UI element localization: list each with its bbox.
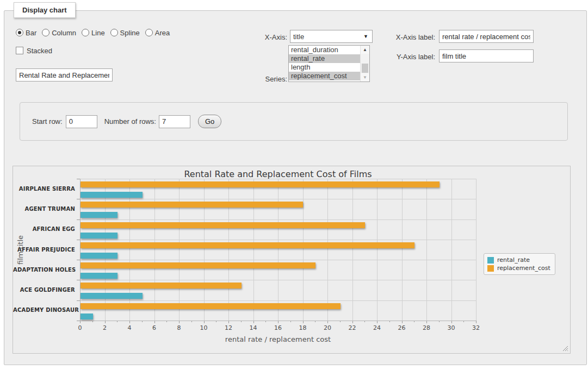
bar-rental_rate[interactable]	[81, 313, 93, 319]
bar-rental_rate[interactable]	[81, 212, 117, 218]
series-select-label: Series:	[250, 75, 287, 83]
x-tick-label: 0	[78, 324, 82, 331]
x-tick-label: 10	[200, 324, 208, 331]
radio-label: Spline	[120, 29, 140, 37]
bar-replacement_cost[interactable]	[81, 181, 440, 187]
x-gridline	[105, 179, 106, 321]
x-tick-label: 20	[324, 324, 331, 331]
legend-label: replacement_cost	[497, 265, 550, 272]
chart-legend: rental_ratereplacement_cost	[484, 253, 555, 275]
x-tick-label: 4	[128, 324, 132, 331]
series-multiselect[interactable]: rental_durationrental_ratelengthreplacem…	[288, 45, 370, 82]
bar-replacement_cost[interactable]	[81, 202, 303, 208]
bar-rental_rate[interactable]	[81, 273, 117, 279]
x-gridline	[402, 179, 403, 321]
legend-item-replacement_cost[interactable]: replacement_cost	[487, 264, 550, 272]
legend-swatch-rental_rate	[487, 257, 494, 264]
y-gridline	[80, 300, 476, 301]
radio-button-area[interactable]	[145, 29, 153, 36]
x-tick-label: 16	[274, 324, 282, 331]
y-axis-label-input[interactable]	[439, 49, 534, 62]
x-tick-label: 26	[398, 324, 406, 331]
chart-type-option-bar[interactable]: Bar	[16, 29, 36, 37]
bar-replacement_cost[interactable]	[81, 303, 341, 309]
y-axis-label-label: Y-Axis label:	[386, 53, 435, 61]
chart-type-option-area[interactable]: Area	[145, 29, 170, 37]
x-tick-label: 32	[472, 324, 480, 331]
legend-swatch-replacement_cost	[487, 265, 494, 272]
start-row-input[interactable]	[66, 115, 97, 128]
radio-label: Bar	[26, 29, 36, 37]
y-gridline	[80, 280, 476, 280]
chart-type-option-column[interactable]: Column	[42, 29, 76, 37]
bar-rental_rate[interactable]	[81, 293, 143, 299]
display-chart-page: Display chart BarColumnLineSplineArea St…	[0, 0, 588, 370]
series-list-scrollbar[interactable]: ▲ ▼	[360, 46, 369, 81]
go-button[interactable]: Go	[198, 115, 221, 128]
x-gridline	[352, 179, 353, 321]
x-axis-line	[80, 321, 476, 321]
x-tick-label: 12	[225, 324, 232, 331]
x-axis-select-label: X-Axis:	[250, 33, 287, 41]
series-option-rental_duration[interactable]: rental_duration	[289, 46, 361, 54]
chart-container: 02468101214161820222426283032AIRPLANE SI…	[13, 166, 571, 354]
radio-button-line[interactable]	[82, 29, 89, 36]
bar-replacement_cost[interactable]	[81, 262, 315, 268]
x-tick-label: 14	[250, 324, 257, 331]
x-tick-label: 22	[349, 324, 356, 331]
x-tick-label: 28	[423, 324, 430, 331]
scrollbar-thumb[interactable]	[362, 64, 368, 73]
radio-button-bar[interactable]	[16, 29, 23, 36]
x-gridline	[179, 179, 180, 321]
stacked-option[interactable]: Stacked	[16, 47, 52, 55]
legend-item-rental_rate[interactable]: rental_rate	[487, 256, 550, 264]
series-options: rental_durationrental_ratelengthreplacem…	[289, 46, 369, 80]
y-axis-line	[80, 179, 81, 321]
category-label: AIRPLANE SIERRA	[13, 186, 75, 192]
series-option-length[interactable]: length	[289, 63, 361, 72]
resize-grip-icon[interactable]	[562, 345, 568, 351]
stacked-checkbox[interactable]	[16, 47, 23, 54]
series-option-rental_rate[interactable]: rental_rate	[289, 54, 361, 63]
x-axis-label-label: X-Axis label:	[386, 33, 435, 41]
x-gridline	[327, 179, 328, 321]
scrollbar-up-arrow-icon[interactable]: ▲	[361, 46, 369, 54]
bar-rental_rate[interactable]	[81, 233, 117, 239]
x-tick-label: 30	[448, 324, 455, 331]
bar-replacement_cost[interactable]	[81, 242, 414, 248]
x-gridline	[253, 179, 254, 321]
chart-title-input[interactable]	[16, 68, 113, 81]
row-range-panel: Start row: Number of rows: Go	[20, 102, 568, 141]
bar-replacement_cost[interactable]	[81, 283, 242, 289]
chart-type-option-line[interactable]: Line	[82, 29, 105, 37]
x-gridline	[426, 179, 427, 321]
x-tick-label: 2	[103, 324, 107, 331]
x-axis-selected-value: title	[293, 33, 304, 41]
x-gridline	[129, 179, 130, 321]
x-gridline	[154, 179, 155, 321]
x-gridline	[476, 179, 476, 321]
x-axis-title: rental rate / replacement cost	[80, 335, 476, 343]
y-axis-title: film title	[16, 217, 25, 283]
scrollbar-down-arrow-icon[interactable]: ▼	[361, 73, 369, 81]
bar-replacement_cost[interactable]	[81, 222, 365, 228]
x-axis-label-input[interactable]	[439, 30, 534, 43]
start-row-label: Start row:	[32, 117, 63, 126]
x-tick-label: 6	[152, 324, 156, 331]
bar-rental_rate[interactable]	[81, 253, 117, 259]
x-tick-label: 8	[177, 324, 181, 331]
y-gridline	[80, 240, 476, 240]
radio-button-column[interactable]	[42, 29, 49, 36]
stacked-label: Stacked	[27, 47, 52, 55]
y-gridline	[80, 260, 476, 260]
x-gridline	[204, 179, 205, 321]
series-option-replacement_cost[interactable]: replacement_cost	[289, 72, 361, 80]
bar-rental_rate[interactable]	[81, 192, 143, 198]
chart-type-option-spline[interactable]: Spline	[110, 29, 140, 37]
number-of-rows-input[interactable]	[159, 115, 190, 128]
select-dropdown-arrow-icon: ▼	[363, 34, 368, 39]
x-tick-label: 18	[299, 324, 307, 331]
y-gridline	[80, 220, 476, 220]
x-axis-select[interactable]: title ▼	[290, 30, 373, 43]
radio-button-spline[interactable]	[110, 29, 118, 36]
